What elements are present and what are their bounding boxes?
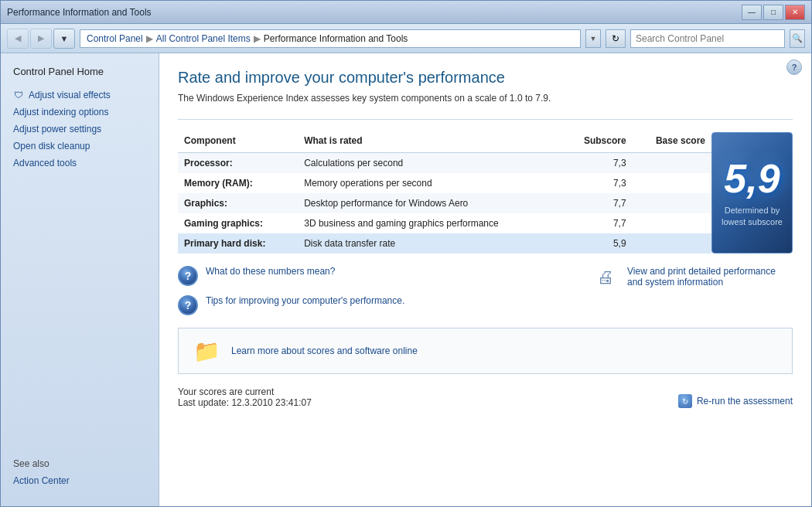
sidebar-item-visual-effects[interactable]: 🛡 Adjust visual effects [1, 87, 159, 104]
folder-icon: 📁 [191, 338, 222, 364]
sidebar-home[interactable]: Control Panel Home [1, 63, 159, 80]
link-view-print[interactable]: View and print detailed performance and … [627, 266, 793, 288]
restore-button[interactable]: □ [763, 5, 783, 20]
cell-component: Graphics: [178, 193, 298, 213]
cell-rated: Memory operations per second [298, 173, 562, 193]
cell-component: Gaming graphics: [178, 213, 298, 233]
link-online[interactable]: Learn more about scores and software onl… [231, 345, 418, 356]
table-row: Processor:Calculations per second7,3 [178, 153, 711, 174]
score-table-wrapper: Component What is rated Subscore Base sc… [178, 132, 793, 254]
link-item-tips: ? Tips for improving your computer's per… [178, 295, 404, 315]
sidebar-item-action-center[interactable]: Action Center [13, 474, 146, 488]
divider [178, 119, 793, 120]
rerun-icon: ↻ [678, 394, 692, 408]
cell-component: Primary hard disk: [178, 233, 298, 254]
link-items-left: ? What do these numbers mean? ? Tips for… [178, 266, 404, 315]
col-base: Base score [633, 132, 711, 153]
cell-base [633, 173, 711, 193]
score-table: Component What is rated Subscore Base sc… [178, 132, 711, 254]
search-box [630, 29, 785, 48]
sidebar: Control Panel Home 🛡 Adjust visual effec… [1, 53, 159, 506]
path-control-panel[interactable]: Control Panel [87, 33, 143, 44]
nav-buttons: ◀ ▶ ▼ [7, 29, 75, 49]
base-score-panel: 5,9 Determined by lowest subscore [711, 132, 793, 254]
cell-subscore: 7,7 [562, 213, 632, 233]
dropdown-button[interactable]: ▼ [53, 29, 75, 49]
path-current: Performance Information and Tools [264, 33, 408, 44]
content-panel: ? Rate and improve your computer's perfo… [159, 53, 811, 506]
window-controls: — □ ✕ [742, 5, 805, 20]
main-area: Control Panel Home 🛡 Adjust visual effec… [1, 53, 811, 506]
window-title: Performance Information and Tools [7, 7, 152, 18]
table-row: Gaming graphics:3D business and gaming g… [178, 213, 711, 233]
cell-base [633, 213, 711, 233]
path-all-items[interactable]: All Control Panel Items [156, 33, 251, 44]
cell-subscore: 7,3 [562, 173, 632, 193]
search-button[interactable]: 🔍 [790, 29, 805, 48]
help-button[interactable]: ? [786, 60, 802, 75]
base-score-label: Determined by lowest subscore [718, 205, 786, 227]
address-bar: ◀ ▶ ▼ Control Panel ▶ All Control Panel … [1, 24, 811, 53]
table-row: Graphics:Desktop performance for Windows… [178, 193, 711, 213]
close-button[interactable]: ✕ [785, 5, 805, 20]
cell-base [633, 233, 711, 254]
sidebar-item-power[interactable]: Adjust power settings [1, 121, 159, 138]
base-score-value: 5,9 [724, 158, 780, 199]
page-title: Rate and improve your computer's perform… [178, 69, 793, 87]
search-input[interactable] [636, 33, 780, 44]
page-subtitle: The Windows Experience Index assesses ke… [178, 93, 793, 104]
cell-base [633, 193, 711, 213]
col-component: Component [178, 132, 298, 153]
rerun-label: Re-run the assessment [697, 396, 793, 407]
rerun-assessment[interactable]: ↻ Re-run the assessment [678, 394, 793, 408]
link-numbers-meaning[interactable]: What do these numbers mean? [206, 266, 335, 277]
refresh-button[interactable]: ↻ [606, 29, 626, 48]
cell-subscore: 7,3 [562, 153, 632, 174]
address-path: Control Panel ▶ All Control Panel Items … [80, 29, 581, 48]
main-window: Performance Information and Tools — □ ✕ … [0, 0, 812, 507]
title-bar: Performance Information and Tools — □ ✕ [1, 1, 811, 24]
cell-subscore: 5,9 [562, 233, 632, 254]
links-section: ? What do these numbers mean? ? Tips for… [178, 266, 793, 315]
cell-rated: Calculations per second [298, 153, 562, 174]
see-also-section: See also Action Center [1, 449, 159, 497]
status-footer: Your scores are current Last update: 12.… [178, 386, 793, 408]
status-line1: Your scores are current [178, 386, 312, 397]
path-dropdown-button[interactable]: ▼ [585, 29, 601, 48]
minimize-button[interactable]: — [742, 5, 762, 20]
table-row: Primary hard disk:Disk data transfer rat… [178, 233, 711, 254]
status-text: Your scores are current Last update: 12.… [178, 386, 312, 408]
sidebar-item-indexing[interactable]: Adjust indexing options [1, 104, 159, 121]
cell-rated: Desktop performance for Windows Aero [298, 193, 562, 213]
col-subscore: Subscore [562, 132, 632, 153]
cell-component: Memory (RAM): [178, 173, 298, 193]
cell-subscore: 7,7 [562, 193, 632, 213]
sidebar-item-advanced[interactable]: Advanced tools [1, 155, 159, 172]
back-button[interactable]: ◀ [7, 29, 29, 49]
cell-rated: 3D business and gaming graphics performa… [298, 213, 562, 233]
question-icon-1: ? [178, 266, 198, 286]
col-rated: What is rated [298, 132, 562, 153]
online-section: 📁 Learn more about scores and software o… [178, 328, 793, 374]
link-item-numbers: ? What do these numbers mean? [178, 266, 404, 286]
table-row: Memory (RAM):Memory operations per secon… [178, 173, 711, 193]
link-tips[interactable]: Tips for improving your computer's perfo… [206, 295, 404, 306]
question-icon-2: ? [178, 295, 198, 315]
see-also-title: See also [13, 458, 146, 469]
status-line2: Last update: 12.3.2010 23:41:07 [178, 397, 312, 408]
cell-base [633, 153, 711, 174]
sidebar-item-disk-cleanup[interactable]: Open disk cleanup [1, 138, 159, 155]
cell-component: Processor: [178, 153, 298, 174]
shield-icon: 🛡 [13, 90, 24, 100]
forward-button[interactable]: ▶ [30, 29, 52, 49]
printer-icon: 🖨 [592, 266, 619, 289]
cell-rated: Disk data transfer rate [298, 233, 562, 254]
link-item-right: 🖨 View and print detailed performance an… [592, 266, 793, 289]
